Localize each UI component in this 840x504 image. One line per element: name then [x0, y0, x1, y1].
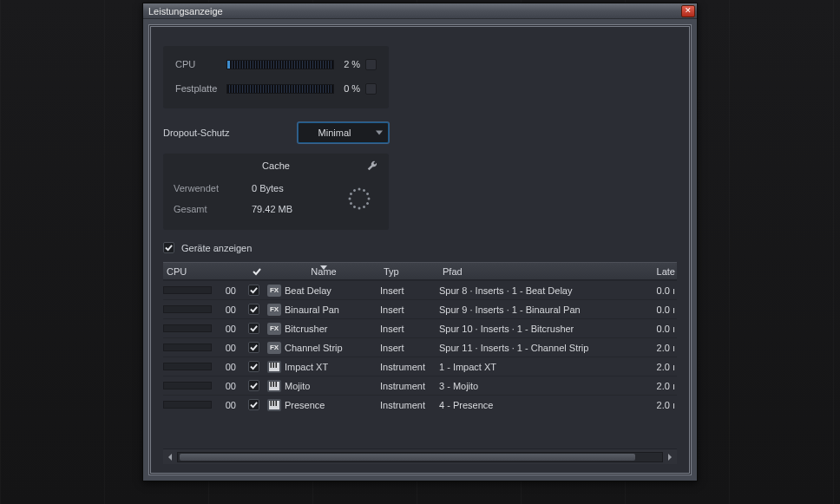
col-path[interactable]: Pfad: [439, 266, 642, 277]
titlebar[interactable]: Leistungsanzeige ✕: [143, 3, 697, 19]
cpu-cell: 00: [163, 400, 246, 410]
horizontal-scrollbar[interactable]: [163, 448, 677, 464]
row-enable-checkbox[interactable]: [248, 399, 259, 410]
row-cpu-meter: [163, 286, 212, 294]
table-row[interactable]: 00FXBitcrusherInsertSpur 10 · Inserts · …: [163, 318, 677, 337]
table-row[interactable]: 00FXBinaural PanInsertSpur 9 · Inserts ·…: [163, 299, 677, 318]
row-enable-checkbox[interactable]: [248, 361, 259, 372]
row-cpu-meter: [163, 363, 212, 370]
svg-rect-9: [271, 401, 272, 406]
show-devices-row: Geräte anzeigen: [163, 242, 677, 253]
show-devices-checkbox[interactable]: [163, 242, 174, 253]
table-row[interactable]: 00Impact XTInstrument1 - Impact XT2.0 ı: [163, 357, 677, 376]
disk-meter: [226, 84, 334, 94]
fx-icon: FX: [267, 323, 281, 335]
fx-icon: FX: [267, 285, 281, 297]
svg-rect-7: [276, 382, 278, 387]
row-path: Spur 11 · Inserts · 1 - Channel Strip: [439, 343, 642, 353]
row-cpu-meter: [163, 324, 212, 332]
instrument-icon: [267, 361, 281, 373]
disk-meter-row: Festplatte 0 %: [175, 79, 377, 98]
row-path: Spur 8 · Inserts · 1 - Beat Delay: [439, 285, 642, 296]
meters-panel: CPU 2 % Festplatte 0 %: [163, 46, 389, 108]
col-latency[interactable]: Late: [642, 266, 677, 277]
cpu-cell: 00: [163, 304, 246, 315]
scroll-track[interactable]: [177, 452, 663, 462]
svg-rect-3: [276, 363, 278, 368]
row-enable-checkbox[interactable]: [248, 323, 259, 334]
cache-used-label: Verwendet: [174, 183, 252, 193]
svg-rect-11: [276, 401, 278, 406]
scroll-left-button[interactable]: [163, 450, 177, 464]
disk-clip-indicator[interactable]: [365, 83, 377, 95]
row-name-cell: Impact XT: [267, 361, 380, 373]
svg-rect-2: [273, 363, 275, 368]
col-cpu[interactable]: CPU: [163, 266, 246, 277]
fx-icon: FX: [267, 304, 281, 316]
table-row[interactable]: 00FXBeat DelayInsertSpur 8 · Inserts · 1…: [163, 280, 677, 299]
scroll-right-button[interactable]: [663, 450, 677, 464]
disk-label: Festplatte: [175, 83, 226, 94]
row-type: Insert: [380, 304, 439, 315]
row-name: Channel Strip: [285, 343, 343, 353]
row-cpu-value: 00: [217, 362, 236, 372]
wrench-icon[interactable]: [366, 160, 378, 172]
row-latency: 0.0 ı: [642, 304, 677, 315]
table-body: 00FXBeat DelayInsertSpur 8 · Inserts · 1…: [163, 280, 677, 448]
disk-value: 0 %: [334, 83, 360, 94]
row-cpu-meter: [163, 401, 212, 409]
row-enable-checkbox[interactable]: [248, 304, 259, 315]
row-name: Beat Delay: [285, 285, 331, 296]
devices-table: CPU Name Typ Pfad Late 00FXBeat DelayIns…: [163, 262, 677, 473]
row-path: Spur 9 · Inserts · 1 - Binaural Pan: [439, 304, 642, 315]
dropout-dropdown[interactable]: Minimal: [298, 122, 389, 143]
row-type: Instrument: [380, 381, 439, 391]
row-cpu-value: 00: [217, 324, 236, 334]
row-name: Mojito: [285, 381, 310, 391]
row-cpu-meter: [163, 305, 212, 313]
table-header[interactable]: CPU Name Typ Pfad Late: [163, 262, 677, 280]
row-latency: 0.0 ı: [642, 324, 677, 334]
cache-header: Cache: [174, 160, 378, 171]
dropout-label: Dropout-Schutz: [163, 128, 298, 138]
close-button[interactable]: ✕: [681, 5, 695, 17]
row-type: Insert: [380, 285, 439, 296]
row-cpu-meter: [163, 344, 212, 351]
row-name: Impact XT: [285, 362, 328, 372]
row-enable-checkbox[interactable]: [248, 342, 259, 353]
row-latency: 2.0 ı: [642, 381, 677, 391]
row-type: Instrument: [380, 400, 439, 410]
row-path: 1 - Impact XT: [439, 362, 642, 372]
col-name[interactable]: Name: [267, 266, 380, 277]
col-enabled[interactable]: [246, 267, 267, 276]
instrument-icon: [267, 399, 281, 411]
table-row[interactable]: 00PresenceInstrument4 - Presence2.0 ı: [163, 395, 677, 414]
cpu-clip-indicator[interactable]: [365, 59, 377, 70]
cpu-value: 2 %: [334, 59, 360, 69]
cpu-cell: 00: [163, 362, 246, 372]
cpu-meter-row: CPU 2 %: [175, 55, 377, 74]
fx-icon: FX: [267, 342, 281, 354]
cache-used-value: 0 Bytes: [252, 183, 284, 193]
row-cpu-value: 00: [217, 285, 236, 296]
row-enable-checkbox[interactable]: [248, 285, 259, 296]
row-enable-checkbox[interactable]: [248, 380, 259, 391]
scroll-thumb[interactable]: [180, 454, 635, 461]
table-row[interactable]: 00MojitoInstrument3 - Mojito2.0 ı: [163, 376, 677, 395]
table-row[interactable]: 00FXChannel StripInsertSpur 11 · Inserts…: [163, 337, 677, 357]
row-cpu-value: 00: [217, 304, 236, 315]
row-name-cell: Presence: [267, 399, 380, 411]
row-name-cell: FXChannel Strip: [267, 342, 380, 354]
chevron-down-icon: [376, 131, 383, 135]
window-title: Leistungsanzeige: [148, 6, 681, 16]
row-cpu-meter: [163, 382, 212, 389]
dropout-selected: Minimal: [299, 128, 371, 138]
svg-rect-10: [273, 401, 275, 406]
row-latency: 0.0 ı: [642, 285, 677, 296]
row-name-cell: FXBitcrusher: [267, 323, 380, 335]
col-type[interactable]: Typ: [380, 266, 439, 277]
row-latency: 2.0 ı: [642, 343, 677, 353]
row-path: 3 - Mojito: [439, 381, 642, 391]
row-cpu-value: 00: [217, 400, 236, 410]
row-name: Binaural Pan: [285, 304, 339, 315]
